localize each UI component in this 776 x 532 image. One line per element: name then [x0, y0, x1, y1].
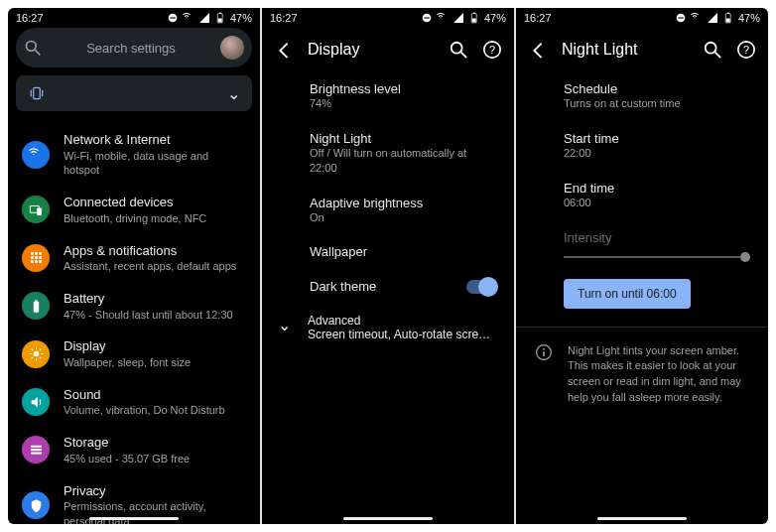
search-icon	[24, 39, 42, 57]
item-title: Privacy	[64, 482, 246, 500]
item-subtitle: 47% - Should last until about 12:30	[64, 308, 246, 323]
settings-row-apps[interactable]: Apps & notificationsAssistant, recent ap…	[8, 234, 260, 282]
wifi-icon	[22, 141, 50, 169]
status-bar: 16:27 47%	[516, 8, 768, 28]
settings-row-sound[interactable]: SoundVolume, vibration, Do Not Disturb	[8, 378, 260, 426]
status-bar: 16:27 47%	[8, 8, 260, 28]
item-subtitle: Turns on at custom time	[564, 96, 750, 111]
item-title: Dark theme	[310, 279, 466, 294]
item-title: Schedule	[564, 81, 750, 96]
item-title: Display	[64, 337, 246, 355]
dnd-icon	[421, 12, 433, 24]
chevron-down-icon: ⌄	[227, 84, 240, 103]
settings-root-screen: 16:27 47% Search settings ⌄ Network & In…	[8, 8, 260, 524]
settings-row-battery[interactable]: Battery47% - Should last until about 12:…	[8, 282, 260, 330]
item-title: Wallpaper	[310, 244, 496, 259]
battery-icon	[468, 12, 480, 24]
item-title: Battery	[64, 290, 246, 308]
item-title: Storage	[64, 434, 246, 452]
item-subtitle: Assistant, recent apps, default apps	[64, 259, 246, 274]
item-title: Start time	[564, 131, 750, 146]
intensity-slider[interactable]	[564, 249, 750, 265]
status-battery: 47%	[484, 12, 506, 24]
nav-handle[interactable]	[89, 517, 179, 520]
status-time: 16:27	[524, 12, 552, 24]
battery-icon	[722, 12, 734, 24]
search-icon[interactable]	[703, 40, 722, 60]
intensity-label: Intensity	[564, 230, 750, 245]
divider	[516, 327, 768, 328]
ringer-mode-card[interactable]: ⌄	[16, 75, 252, 111]
advanced-row[interactable]: ⌄ Advanced Screen timeout, Auto-rotate s…	[262, 304, 514, 351]
shield-icon	[22, 491, 50, 519]
dnd-icon	[167, 12, 179, 24]
dnd-icon	[675, 12, 687, 24]
volume-icon	[22, 388, 50, 416]
battery-icon	[22, 292, 50, 320]
nightlight-row-endtime[interactable]: End time06:00	[516, 171, 768, 220]
status-time: 16:27	[16, 12, 44, 24]
battery-icon	[214, 12, 226, 24]
item-subtitle: Screen timeout, Auto-rotate screen, Colo…	[308, 328, 496, 341]
signal-icon	[198, 12, 210, 24]
status-battery: 47%	[738, 12, 760, 24]
nightlight-row-starttime[interactable]: Start time22:00	[516, 121, 768, 171]
status-battery: 47%	[230, 12, 252, 24]
wifi-icon	[183, 12, 194, 24]
item-title: Night Light	[310, 131, 496, 146]
dark-theme-row[interactable]: Dark theme	[262, 269, 514, 304]
display-row-nightlight[interactable]: Night LightOff / Will turn on automatica…	[262, 121, 514, 186]
wifi-icon	[437, 12, 449, 24]
grid-icon	[22, 244, 50, 272]
help-icon[interactable]	[736, 40, 756, 60]
item-subtitle: 06:00	[564, 196, 750, 210]
item-subtitle: Bluetooth, driving mode, NFC	[64, 211, 246, 226]
item-title: Sound	[64, 386, 246, 404]
chevron-down-icon: ⌄	[278, 316, 291, 334]
intensity-row: Intensity	[516, 220, 768, 245]
item-title: Advanced	[308, 314, 496, 328]
status-time: 16:27	[270, 12, 298, 24]
help-icon[interactable]	[482, 40, 502, 60]
item-subtitle: Wallpaper, sleep, font size	[64, 355, 246, 370]
settings-row-display[interactable]: DisplayWallpaper, sleep, font size	[8, 330, 260, 377]
account-avatar[interactable]	[220, 36, 244, 60]
nav-handle[interactable]	[343, 517, 433, 520]
screen-title: Night Light	[562, 41, 689, 59]
appbar: Display	[262, 28, 514, 71]
search-placeholder: Search settings	[50, 41, 212, 56]
item-subtitle: 22:00	[564, 146, 750, 161]
item-title: Adaptive brightness	[310, 196, 496, 210]
info-icon	[535, 343, 553, 361]
turn-on-button[interactable]: Turn on until 06:00	[564, 279, 691, 309]
search-icon[interactable]	[449, 40, 468, 60]
display-row-wallpaper[interactable]: Wallpaper	[262, 234, 514, 269]
back-icon[interactable]	[528, 40, 548, 60]
signal-icon	[707, 12, 718, 24]
settings-row-devices[interactable]: Connected devicesBluetooth, driving mode…	[8, 186, 260, 233]
item-title: End time	[564, 181, 750, 196]
search-settings[interactable]: Search settings	[16, 28, 252, 67]
settings-list: Network & InternetWi-Fi, mobile, data us…	[8, 119, 260, 524]
wifi-icon	[691, 12, 703, 24]
screen-title: Display	[308, 41, 435, 59]
settings-row-storage[interactable]: Storage45% used - 35.07 GB free	[8, 426, 260, 473]
info-text: Night Light tints your screen amber. Thi…	[568, 343, 750, 407]
brightness-icon	[22, 340, 50, 368]
info-block: Night Light tints your screen amber. Thi…	[516, 332, 768, 419]
nav-handle[interactable]	[597, 517, 687, 520]
settings-row-network[interactable]: Network & InternetWi-Fi, mobile, data us…	[8, 123, 260, 186]
signal-icon	[453, 12, 464, 24]
devices-icon	[22, 196, 50, 223]
item-title: Network & Internet	[64, 131, 246, 149]
night-light-screen: 16:27 47% Night Light ScheduleTurns on a…	[516, 8, 768, 524]
item-subtitle: On	[310, 210, 496, 225]
display-row-brightness[interactable]: Brightness level74%	[262, 71, 514, 121]
back-icon[interactable]	[274, 40, 294, 60]
nightlight-row-schedule[interactable]: ScheduleTurns on at custom time	[516, 71, 768, 121]
item-title: Brightness level	[310, 81, 496, 96]
item-subtitle: 45% used - 35.07 GB free	[64, 452, 246, 466]
display-row-adaptive[interactable]: Adaptive brightnessOn	[262, 186, 514, 235]
dark-theme-toggle[interactable]	[466, 280, 496, 294]
item-title: Apps & notifications	[64, 242, 246, 260]
